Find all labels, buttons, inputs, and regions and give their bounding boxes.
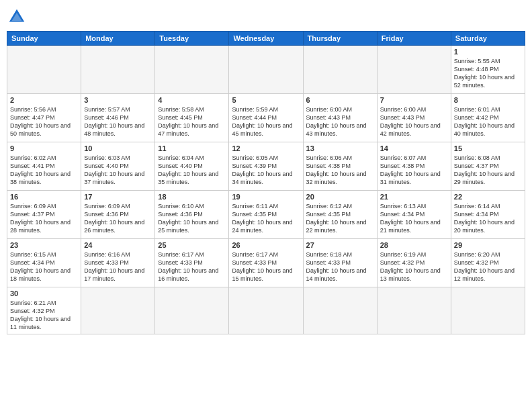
- day-info: Sunrise: 5:57 AMSunset: 4:46 PMDaylight:…: [84, 105, 152, 138]
- calendar-week-row: 9Sunrise: 6:02 AMSunset: 4:41 PMDaylight…: [7, 142, 525, 191]
- calendar-cell: [81, 287, 155, 334]
- day-info: Sunrise: 6:12 AMSunset: 4:35 PMDaylight:…: [306, 202, 374, 235]
- day-number: 26: [232, 241, 300, 249]
- calendar-cell: 14Sunrise: 6:07 AMSunset: 4:38 PMDayligh…: [377, 142, 451, 191]
- day-number: 9: [10, 144, 78, 152]
- calendar-cell: [155, 46, 229, 94]
- calendar-header-thursday: Thursday: [303, 32, 377, 46]
- calendar-week-row: 2Sunrise: 5:56 AMSunset: 4:47 PMDaylight…: [7, 94, 525, 142]
- day-number: 14: [380, 144, 448, 152]
- calendar-cell: 8Sunrise: 6:01 AMSunset: 4:42 PMDaylight…: [451, 94, 525, 142]
- calendar-cell: 20Sunrise: 6:12 AMSunset: 4:35 PMDayligh…: [303, 191, 377, 239]
- day-number: 16: [10, 193, 78, 201]
- day-info: Sunrise: 6:21 AMSunset: 4:32 PMDaylight:…: [10, 299, 78, 332]
- day-info: Sunrise: 6:00 AMSunset: 4:43 PMDaylight:…: [306, 105, 374, 138]
- day-info: Sunrise: 6:00 AMSunset: 4:43 PMDaylight:…: [380, 105, 448, 138]
- day-info: Sunrise: 6:02 AMSunset: 4:41 PMDaylight:…: [10, 154, 78, 187]
- calendar-header-tuesday: Tuesday: [155, 32, 229, 46]
- day-info: Sunrise: 6:07 AMSunset: 4:38 PMDaylight:…: [380, 154, 448, 187]
- calendar-cell: 13Sunrise: 6:06 AMSunset: 4:38 PMDayligh…: [303, 142, 377, 191]
- calendar-cell: 30Sunrise: 6:21 AMSunset: 4:32 PMDayligh…: [7, 287, 81, 334]
- calendar-week-row: 23Sunrise: 6:15 AMSunset: 4:34 PMDayligh…: [7, 239, 525, 287]
- day-info: Sunrise: 6:06 AMSunset: 4:38 PMDaylight:…: [306, 154, 374, 187]
- day-number: 20: [306, 193, 374, 201]
- day-info: Sunrise: 6:09 AMSunset: 4:36 PMDaylight:…: [84, 202, 152, 235]
- calendar-cell: 15Sunrise: 6:08 AMSunset: 4:37 PMDayligh…: [451, 142, 525, 191]
- day-number: 10: [84, 144, 152, 152]
- day-info: Sunrise: 6:18 AMSunset: 4:33 PMDaylight:…: [306, 250, 374, 283]
- day-number: 22: [454, 193, 522, 201]
- day-number: 29: [454, 241, 522, 249]
- calendar-week-row: 30Sunrise: 6:21 AMSunset: 4:32 PMDayligh…: [7, 287, 525, 334]
- calendar-cell: 4Sunrise: 5:58 AMSunset: 4:45 PMDaylight…: [155, 94, 229, 142]
- day-info: Sunrise: 6:16 AMSunset: 4:33 PMDaylight:…: [84, 250, 152, 283]
- calendar-header-saturday: Saturday: [451, 32, 525, 46]
- day-info: Sunrise: 5:58 AMSunset: 4:45 PMDaylight:…: [158, 105, 226, 138]
- day-info: Sunrise: 6:17 AMSunset: 4:33 PMDaylight:…: [232, 250, 300, 283]
- calendar-cell: 27Sunrise: 6:18 AMSunset: 4:33 PMDayligh…: [303, 239, 377, 287]
- header: [7, 7, 525, 27]
- calendar-cell: 21Sunrise: 6:13 AMSunset: 4:34 PMDayligh…: [377, 191, 451, 239]
- calendar-cell: [377, 46, 451, 94]
- calendar-header-monday: Monday: [81, 32, 155, 46]
- day-info: Sunrise: 5:56 AMSunset: 4:47 PMDaylight:…: [10, 105, 78, 138]
- calendar-cell: [303, 287, 377, 334]
- day-info: Sunrise: 6:04 AMSunset: 4:40 PMDaylight:…: [158, 154, 226, 187]
- day-number: 6: [306, 96, 374, 104]
- day-number: 12: [232, 144, 300, 152]
- calendar-cell: [229, 287, 303, 334]
- day-number: 11: [158, 144, 226, 152]
- calendar-cell: 22Sunrise: 6:14 AMSunset: 4:34 PMDayligh…: [451, 191, 525, 239]
- day-number: 21: [380, 193, 448, 201]
- calendar-cell: 12Sunrise: 6:05 AMSunset: 4:39 PMDayligh…: [229, 142, 303, 191]
- calendar-cell: 26Sunrise: 6:17 AMSunset: 4:33 PMDayligh…: [229, 239, 303, 287]
- calendar-cell: 3Sunrise: 5:57 AMSunset: 4:46 PMDaylight…: [81, 94, 155, 142]
- day-info: Sunrise: 6:01 AMSunset: 4:42 PMDaylight:…: [454, 105, 522, 138]
- calendar-cell: [377, 287, 451, 334]
- calendar-cell: 25Sunrise: 6:17 AMSunset: 4:33 PMDayligh…: [155, 239, 229, 287]
- calendar-cell: [303, 46, 377, 94]
- day-number: 30: [10, 289, 78, 298]
- calendar-header-sunday: Sunday: [7, 32, 81, 46]
- day-number: 5: [232, 96, 300, 104]
- calendar-cell: 28Sunrise: 6:19 AMSunset: 4:32 PMDayligh…: [377, 239, 451, 287]
- day-info: Sunrise: 6:09 AMSunset: 4:37 PMDaylight:…: [10, 202, 78, 235]
- calendar-cell: 18Sunrise: 6:10 AMSunset: 4:36 PMDayligh…: [155, 191, 229, 239]
- calendar-cell: 24Sunrise: 6:16 AMSunset: 4:33 PMDayligh…: [81, 239, 155, 287]
- calendar-cell: [81, 46, 155, 94]
- day-info: Sunrise: 6:14 AMSunset: 4:34 PMDaylight:…: [454, 202, 522, 235]
- day-info: Sunrise: 6:15 AMSunset: 4:34 PMDaylight:…: [10, 250, 78, 283]
- day-number: 18: [158, 193, 226, 201]
- day-number: 19: [232, 193, 300, 201]
- day-info: Sunrise: 6:05 AMSunset: 4:39 PMDaylight:…: [232, 154, 300, 187]
- day-number: 23: [10, 241, 78, 249]
- calendar-cell: 19Sunrise: 6:11 AMSunset: 4:35 PMDayligh…: [229, 191, 303, 239]
- calendar-header-row: SundayMondayTuesdayWednesdayThursdayFrid…: [7, 32, 525, 46]
- day-number: 3: [84, 96, 152, 104]
- calendar-cell: 9Sunrise: 6:02 AMSunset: 4:41 PMDaylight…: [7, 142, 81, 191]
- calendar-cell: 11Sunrise: 6:04 AMSunset: 4:40 PMDayligh…: [155, 142, 229, 191]
- calendar-cell: 2Sunrise: 5:56 AMSunset: 4:47 PMDaylight…: [7, 94, 81, 142]
- day-number: 27: [306, 241, 374, 249]
- day-number: 28: [380, 241, 448, 249]
- day-number: 2: [10, 96, 78, 104]
- calendar-cell: 17Sunrise: 6:09 AMSunset: 4:36 PMDayligh…: [81, 191, 155, 239]
- calendar-cell: 10Sunrise: 6:03 AMSunset: 4:40 PMDayligh…: [81, 142, 155, 191]
- day-number: 4: [158, 96, 226, 104]
- day-number: 25: [158, 241, 226, 249]
- generalblue-logo-icon: [7, 7, 27, 27]
- calendar-cell: 5Sunrise: 5:59 AMSunset: 4:44 PMDaylight…: [229, 94, 303, 142]
- calendar-cell: [7, 46, 81, 94]
- day-info: Sunrise: 5:59 AMSunset: 4:44 PMDaylight:…: [232, 105, 300, 138]
- day-info: Sunrise: 6:03 AMSunset: 4:40 PMDaylight:…: [84, 154, 152, 187]
- day-number: 24: [84, 241, 152, 249]
- calendar-cell: 29Sunrise: 6:20 AMSunset: 4:32 PMDayligh…: [451, 239, 525, 287]
- logo: [7, 7, 30, 27]
- day-info: Sunrise: 6:17 AMSunset: 4:33 PMDaylight:…: [158, 250, 226, 283]
- calendar: SundayMondayTuesdayWednesdayThursdayFrid…: [7, 31, 525, 334]
- day-number: 15: [454, 144, 522, 152]
- day-info: Sunrise: 6:08 AMSunset: 4:37 PMDaylight:…: [454, 154, 522, 187]
- calendar-week-row: 1Sunrise: 5:55 AMSunset: 4:48 PMDaylight…: [7, 46, 525, 94]
- calendar-cell: 7Sunrise: 6:00 AMSunset: 4:43 PMDaylight…: [377, 94, 451, 142]
- day-number: 17: [84, 193, 152, 201]
